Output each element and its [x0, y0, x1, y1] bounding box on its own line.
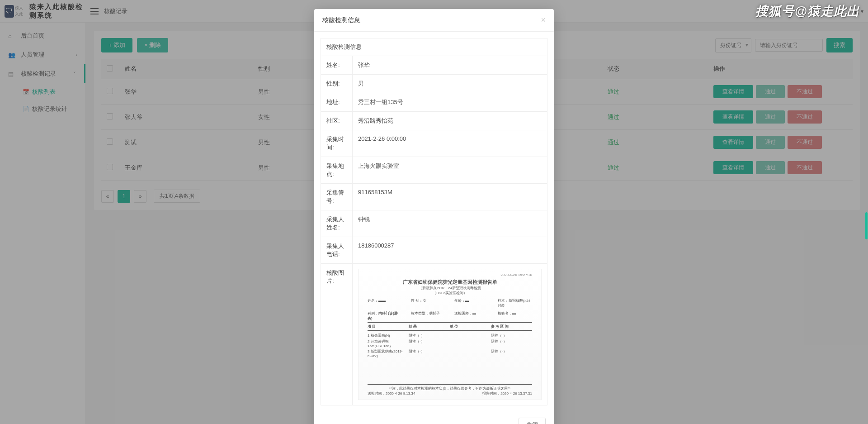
detail-row: 社区: 秀沿路秀怡苑 [321, 112, 547, 130]
detail-row: 采集地点: 上海火眼实验室 [321, 157, 547, 184]
detail-modal: 核酸检测信息 × 核酸检测信息 姓名: 张华性别: 男地址: 秀三村一组135号… [314, 9, 554, 424]
modal-body: 核酸检测信息 姓名: 张华性别: 男地址: 秀三村一组135号社区: 秀沿路秀怡… [314, 32, 554, 412]
modal-footer: 关闭 [314, 412, 554, 424]
modal-title: 核酸检测信息 [322, 16, 360, 24]
modal-close-button[interactable]: 关闭 [519, 418, 546, 424]
detail-value: 上海火眼实验室 [353, 157, 547, 184]
detail-value: 18186000287 [353, 237, 547, 264]
detail-label: 姓名: [321, 56, 353, 75]
detail-row: 姓名: 张华 [321, 56, 547, 75]
detail-label: 社区: [321, 112, 353, 130]
detail-image-cell: 2020-4-26 15:27:10 广东省妇幼保健院荧光定量基因检测报告单 （… [353, 264, 547, 405]
report-image: 2020-4-26 15:27:10 广东省妇幼保健院荧光定量基因检测报告单 （… [358, 269, 542, 400]
detail-value: 911658153M [353, 184, 547, 210]
detail-label: 核酸图片: [321, 264, 353, 405]
detail-label: 采集地点: [321, 157, 353, 184]
detail-label: 采集人电话: [321, 237, 353, 264]
detail-row: 采集人电话: 18186000287 [321, 237, 547, 264]
modal-caption: 核酸检测信息 [321, 38, 547, 56]
modal-header: 核酸检测信息 × [314, 9, 554, 32]
detail-row: 性别: 男 [321, 75, 547, 93]
modal-overlay[interactable]: 核酸检测信息 × 核酸检测信息 姓名: 张华性别: 男地址: 秀三村一组135号… [0, 0, 868, 424]
detail-label: 采集人姓名: [321, 210, 353, 237]
detail-value: 钟锐 [353, 210, 547, 237]
detail-label: 地址: [321, 93, 353, 112]
close-icon[interactable]: × [541, 15, 546, 25]
detail-value: 男 [353, 75, 547, 93]
detail-label: 采集管号: [321, 184, 353, 210]
detail-row: 采集人姓名: 钟锐 [321, 210, 547, 237]
detail-value: 张华 [353, 56, 547, 75]
detail-row: 采集管号: 911658153M [321, 184, 547, 210]
detail-row: 采集时间: 2021-2-26 0:00:00 [321, 130, 547, 157]
detail-table: 姓名: 张华性别: 男地址: 秀三村一组135号社区: 秀沿路秀怡苑采集时间: … [321, 56, 547, 405]
detail-value: 2021-2-26 0:00:00 [353, 130, 547, 157]
scroll-indicator[interactable] [865, 212, 868, 239]
detail-value: 秀沿路秀怡苑 [353, 112, 547, 130]
detail-row: 地址: 秀三村一组135号 [321, 93, 547, 112]
detail-row-image: 核酸图片: 2020-4-26 15:27:10 广东省妇幼保健院荧光定量基因检… [321, 264, 547, 405]
detail-label: 性别: [321, 75, 353, 93]
detail-label: 采集时间: [321, 130, 353, 157]
detail-value: 秀三村一组135号 [353, 93, 547, 112]
